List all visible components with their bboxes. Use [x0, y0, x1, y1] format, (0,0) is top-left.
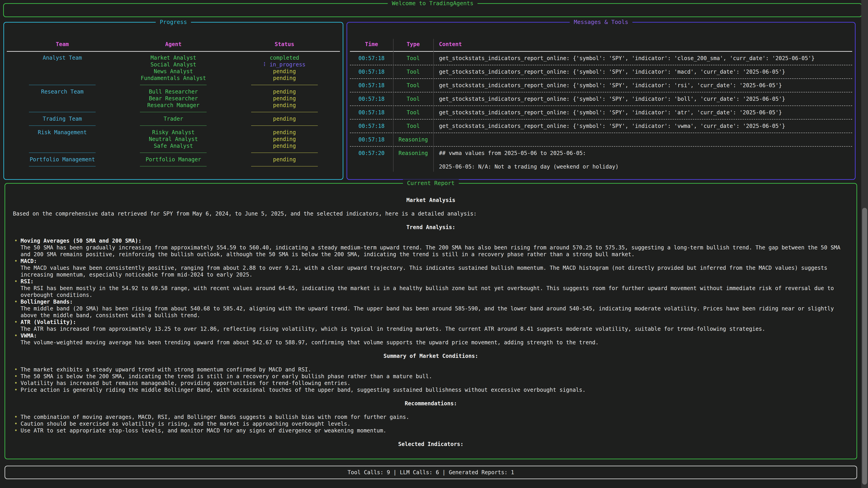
separator-line [140, 153, 207, 153]
group-separator-cell [7, 112, 118, 112]
agent-cell: News Analyst [118, 68, 229, 75]
time-cell: 00:57:18 [350, 109, 393, 116]
team-cell: Portfolio Management [7, 156, 118, 163]
group-separator-cell [7, 166, 118, 166]
agent-cell: Market Analyst [118, 55, 229, 61]
bullet-body: The volume-weighted moving average has b… [21, 339, 849, 346]
bullet-text: The combination of moving averages, MACD… [21, 414, 849, 420]
bullet-title: Moving Averages (50 SMA and 200 SMA): [21, 237, 849, 244]
status-label: in_progress [270, 61, 306, 68]
team-cell [7, 61, 118, 68]
time-cell: 00:57:18 [350, 136, 393, 143]
separator-line [251, 85, 318, 85]
separator-line [140, 85, 207, 85]
bullet-icon: • [14, 278, 18, 285]
column-header-type: Type [393, 40, 433, 48]
bullet-title: Bollinger Bands: [21, 298, 849, 305]
report-body: Market AnalysisBased on the comprehensiv… [5, 184, 857, 459]
scrollbar-thumb[interactable] [862, 208, 867, 485]
group-separator-cell [229, 112, 340, 112]
team-cell [7, 102, 118, 109]
report-heading: Recommendations: [13, 400, 849, 407]
bullet-icon: • [14, 387, 18, 393]
status-label: pending [273, 68, 296, 74]
bullet-text: Moving Averages (50 SMA and 200 SMA):The… [21, 237, 849, 258]
group-separator-cell [118, 166, 229, 166]
message-row: 00:57:18Reasoning [350, 133, 852, 147]
bullet-icon: • [14, 237, 18, 244]
separator-line [251, 166, 318, 166]
team-cell [7, 68, 118, 75]
team-cell [7, 136, 118, 142]
bullet-icon: • [14, 380, 18, 387]
status-cell: pending [229, 102, 340, 109]
column-divider [393, 39, 394, 172]
bullet-text: ATR (Volatility):The ATR has increased f… [21, 319, 849, 332]
separator-line [29, 166, 96, 166]
content-cell: get_stockstats_indicators_report_online:… [433, 109, 852, 116]
report-bullet-item: •VWMA:The volume-weighted moving average… [13, 332, 849, 346]
agent-cell: Bull Researcher [118, 88, 229, 95]
agent-cell: Fundamentals Analyst [118, 75, 229, 82]
agent-cell: Neutral Analyst [118, 136, 229, 142]
progress-rows: Analyst TeamMarket AnalystcompletedSocia… [7, 55, 340, 170]
group-separator-cell [229, 153, 340, 153]
agent-cell: Research Manager [118, 102, 229, 109]
bullet-body: Caution should be exercised as volatilit… [21, 420, 849, 427]
messages-table: Time Type Content 00:57:18Toolget_stocks… [347, 23, 855, 179]
status-cell: pending [229, 75, 340, 82]
content-cell [433, 136, 852, 143]
bullet-icon: • [14, 420, 18, 427]
group-separator-cell [229, 85, 340, 85]
report-heading: Market Analysis [13, 197, 849, 203]
bullet-icon: • [14, 298, 18, 305]
agent-cell: Safe Analyst [118, 142, 229, 149]
bullet-body: The 50 SMA is below the 200 SMA, indicat… [21, 373, 849, 380]
stats-text: Tool Calls: 9 | LLM Calls: 6 | Generated… [5, 466, 857, 479]
group-separator-cell [229, 125, 340, 126]
bullet-body: The MACD values have been consistently p… [21, 265, 849, 278]
scrollbar-track[interactable] [861, 0, 868, 488]
progress-row: Neutral Analystpending [7, 136, 340, 142]
bullet-text: MACD:The MACD values have been consisten… [21, 258, 849, 278]
bullet-body: The 50 SMA has been gradually increasing… [21, 244, 849, 258]
progress-panel: Progress Team Agent Status Analyst TeamM… [3, 22, 343, 180]
team-cell [7, 75, 118, 82]
time-cell: 00:57:18 [350, 55, 393, 62]
time-cell: 00:57:18 [350, 123, 393, 129]
group-separator-cell [7, 125, 118, 126]
message-row: 00:57:18Toolget_stockstats_indicators_re… [350, 79, 852, 92]
content-cell: ## vwma values from 2025-05-06 to 2025-0… [433, 150, 852, 170]
bullet-icon: • [14, 427, 18, 434]
report-bullet-item: •Moving Averages (50 SMA and 200 SMA):Th… [13, 237, 849, 258]
bullet-text: Caution should be exercised as volatilit… [21, 420, 849, 427]
bullet-text: The 50 SMA is below the 200 SMA, indicat… [21, 373, 849, 380]
column-header-content: Content [433, 40, 852, 48]
bullet-text: VWMA:The volume-weighted moving average … [21, 332, 849, 346]
group-separator [7, 82, 340, 88]
team-cell: Trading Team [7, 116, 118, 122]
type-cell: Tool [393, 96, 433, 102]
type-cell: Tool [393, 82, 433, 89]
bullet-text: Volatility has increased but remains man… [21, 380, 849, 387]
progress-table: Team Agent Status Analyst TeamMarket Ana… [4, 23, 343, 179]
separator-line [140, 112, 207, 112]
group-separator [7, 122, 340, 129]
progress-row: Safe Analystpending [7, 142, 340, 149]
separator-line [140, 125, 207, 126]
content-cell: get_stockstats_indicators_report_online:… [433, 55, 852, 62]
bullet-title: ATR (Volatility): [21, 319, 849, 326]
column-divider [433, 39, 434, 172]
progress-row: Social Analyst⠇in_progress [7, 61, 340, 68]
group-separator-cell [229, 166, 340, 166]
report-bullet-item: •Volatility has increased but remains ma… [13, 380, 849, 387]
group-separator [7, 109, 340, 116]
time-cell: 00:57:18 [350, 96, 393, 102]
separator-line [29, 153, 96, 153]
status-cell: pending [229, 116, 340, 122]
progress-row: Portfolio ManagementPortfolio Managerpen… [7, 156, 340, 163]
team-cell: Risk Management [7, 129, 118, 136]
column-header-agent: Agent [118, 40, 229, 48]
bullet-title: VWMA: [21, 332, 849, 339]
bullet-body: The combination of moving averages, MACD… [21, 414, 849, 420]
